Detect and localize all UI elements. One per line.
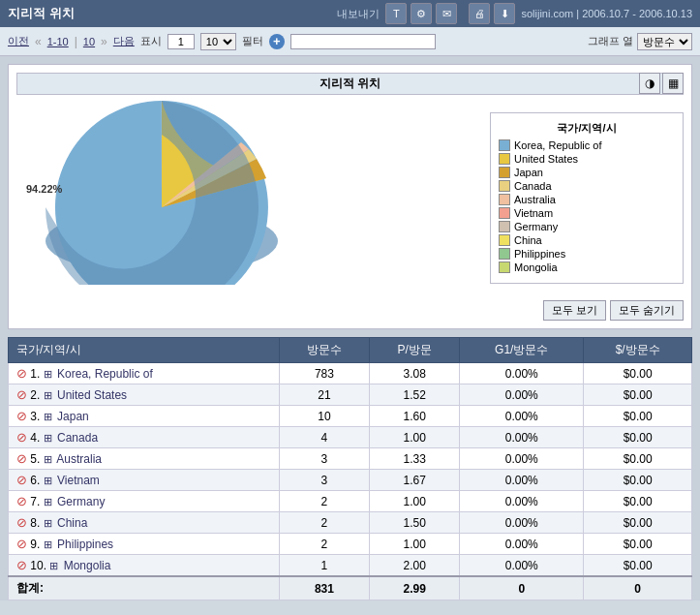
cell-dollar: $0.00 bbox=[584, 470, 692, 491]
next-btn[interactable]: 다음 bbox=[113, 34, 135, 48]
legend-item: Germany bbox=[499, 221, 675, 232]
download-icon[interactable]: ⬇ bbox=[494, 3, 515, 24]
legend-color-box bbox=[499, 153, 510, 165]
country-link[interactable]: Japan bbox=[57, 410, 89, 423]
pie-percentage: 94.22% bbox=[26, 183, 62, 195]
rank-icon: ⊘ bbox=[16, 451, 27, 466]
country-link[interactable]: China bbox=[57, 516, 87, 530]
legend-color-box bbox=[499, 248, 510, 260]
expand-btn[interactable]: ⊞ bbox=[44, 432, 52, 444]
country-link[interactable]: Canada bbox=[57, 431, 98, 445]
legend-item: Japan bbox=[499, 167, 675, 178]
cell-visits: 4 bbox=[279, 427, 370, 448]
data-table: 국가/지역/시 방문수 P/방문 G1/방문수 $/방문수 ⊘ 1. ⊞ Kor… bbox=[8, 337, 692, 600]
table-row: ⊘ 6. ⊞ Vietnam 3 1.67 0.00% $0.00 bbox=[9, 470, 692, 491]
cell-pvisit: 1.52 bbox=[370, 384, 460, 406]
expand-btn[interactable]: ⊞ bbox=[44, 453, 52, 465]
legend-item-label: Vietnam bbox=[514, 207, 553, 219]
country-link[interactable]: United States bbox=[57, 388, 127, 402]
page-input[interactable] bbox=[167, 34, 195, 49]
legend-item-label: Germany bbox=[514, 221, 558, 232]
cell-country: ⊘ 5. ⊞ Australia bbox=[9, 448, 280, 470]
legend-item-label: Korea, Republic of bbox=[514, 139, 602, 151]
chart-title: 지리적 위치 bbox=[16, 73, 684, 95]
footer-visits: 831 bbox=[279, 576, 370, 600]
cell-country: ⊘ 3. ⊞ Japan bbox=[9, 406, 280, 427]
chart-bar-icon[interactable]: ▦ bbox=[662, 73, 684, 94]
legend-item-label: China bbox=[514, 234, 542, 246]
expand-btn[interactable]: ⊞ bbox=[44, 411, 52, 422]
footer-g1: 0 bbox=[460, 576, 584, 600]
rank-icon: ⊘ bbox=[16, 366, 27, 381]
filter-label: 필터 bbox=[242, 34, 263, 48]
country-link[interactable]: Philippines bbox=[57, 538, 113, 551]
expand-btn[interactable]: ⊞ bbox=[44, 368, 52, 380]
legend-item: China bbox=[499, 234, 675, 246]
country-link[interactable]: Mongolia bbox=[64, 559, 111, 572]
legend-item: Korea, Republic of bbox=[499, 139, 675, 151]
expand-btn[interactable]: ⊞ bbox=[44, 389, 52, 401]
rank-icon: ⊘ bbox=[16, 537, 27, 551]
cell-visits: 21 bbox=[279, 384, 370, 406]
legend-item: United States bbox=[499, 153, 675, 165]
country-link[interactable]: Vietnam bbox=[57, 474, 100, 487]
col-dollar: $/방문수 bbox=[584, 338, 692, 363]
cell-visits: 3 bbox=[279, 448, 370, 470]
legend-item: Canada bbox=[499, 180, 675, 192]
rank-icon: ⊘ bbox=[16, 430, 27, 445]
legend-color-box bbox=[499, 221, 510, 232]
cell-dollar: $0.00 bbox=[584, 491, 692, 512]
rank-icon: ⊘ bbox=[16, 387, 27, 402]
cell-g1: 0.00% bbox=[460, 427, 584, 448]
legend-item-label: Mongolia bbox=[514, 261, 558, 273]
text-icon[interactable]: T bbox=[385, 3, 407, 24]
separator2: » bbox=[101, 35, 107, 48]
table-row: ⊘ 9. ⊞ Philippines 2 1.00 0.00% $0.00 bbox=[9, 534, 692, 555]
expand-btn[interactable]: ⊞ bbox=[49, 560, 58, 571]
table-row: ⊘ 2. ⊞ United States 21 1.52 0.00% $0.00 bbox=[9, 384, 692, 406]
show-all-btn[interactable]: 모두 보기 bbox=[543, 300, 606, 321]
per-page-select[interactable]: 10 25 50 bbox=[200, 33, 236, 50]
settings-icon[interactable]: ⚙ bbox=[411, 3, 432, 24]
legend-item: Australia bbox=[499, 194, 675, 205]
email-icon[interactable]: ✉ bbox=[436, 3, 457, 24]
filter-input[interactable] bbox=[290, 34, 436, 49]
expand-btn[interactable]: ⊞ bbox=[44, 517, 52, 529]
legend-color-box bbox=[499, 194, 510, 205]
chart-legend: 국가/지역/시 Korea, Republic ofUnited StatesJ… bbox=[490, 112, 684, 284]
country-link[interactable]: Germany bbox=[57, 495, 105, 508]
cell-g1: 0.00% bbox=[460, 363, 584, 384]
cell-country: ⊘ 9. ⊞ Philippines bbox=[9, 534, 280, 555]
nav-separator: « bbox=[35, 35, 42, 48]
graph-select[interactable]: 방문수 P/방문 bbox=[637, 33, 692, 50]
col-visits: 방문수 bbox=[279, 338, 370, 363]
legend-item-label: Canada bbox=[514, 180, 552, 192]
legend-color-box bbox=[499, 207, 510, 219]
cell-pvisit: 2.00 bbox=[370, 555, 460, 577]
legend-item-label: Japan bbox=[514, 167, 543, 178]
cell-country: ⊘ 6. ⊞ Vietnam bbox=[9, 470, 280, 491]
cell-dollar: $0.00 bbox=[584, 512, 692, 534]
prev-btn[interactable]: 이전 bbox=[8, 34, 29, 48]
cell-g1: 0.00% bbox=[460, 491, 584, 512]
col-g1: G1/방문수 bbox=[460, 338, 584, 363]
site-info: solijini.com | 2006.10.7 - 2006.10.13 bbox=[521, 8, 692, 19]
cell-country: ⊘ 7. ⊞ Germany bbox=[9, 491, 280, 512]
expand-btn[interactable]: ⊞ bbox=[44, 475, 52, 486]
legend-color-box bbox=[499, 139, 510, 151]
hide-all-btn[interactable]: 모두 숨기기 bbox=[610, 300, 684, 321]
total-label[interactable]: 10 bbox=[83, 36, 95, 47]
filter-add-btn[interactable]: + bbox=[269, 34, 285, 49]
table-row: ⊘ 7. ⊞ Germany 2 1.00 0.00% $0.00 bbox=[9, 491, 692, 512]
chart-view-icon[interactable]: ◑ bbox=[639, 73, 660, 94]
expand-btn[interactable]: ⊞ bbox=[44, 538, 52, 550]
country-link[interactable]: Australia bbox=[56, 452, 102, 466]
expand-btn[interactable]: ⊞ bbox=[44, 496, 52, 507]
print-icon[interactable]: 🖨 bbox=[469, 3, 490, 24]
cell-dollar: $0.00 bbox=[584, 427, 692, 448]
range-label[interactable]: 1-10 bbox=[47, 36, 69, 47]
rank-icon: ⊘ bbox=[16, 558, 27, 572]
cell-country: ⊘ 4. ⊞ Canada bbox=[9, 427, 280, 448]
country-link[interactable]: Korea, Republic of bbox=[57, 367, 153, 381]
cell-visits: 2 bbox=[279, 534, 370, 555]
